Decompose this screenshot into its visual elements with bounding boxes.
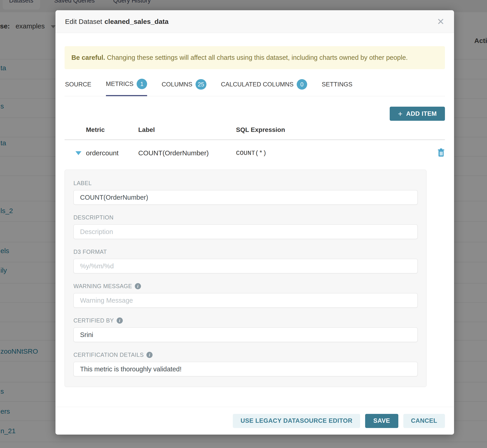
description-field-title: DESCRIPTION	[73, 214, 113, 221]
warning-banner-text: Changing these settings will affect all …	[105, 54, 408, 61]
field-certified-by: CERTIFIED BYi	[73, 317, 418, 342]
field-label: LABEL	[73, 180, 418, 205]
warning-message-field-title: WARNING MESSAGE	[73, 283, 132, 289]
columns-count-badge: 25	[196, 79, 207, 90]
column-header-sql-expression: SQL Expression	[236, 126, 429, 134]
dataset-editor-tabs: SOURCE METRICS1 COLUMNS25 CALCULATED COL…	[64, 79, 445, 96]
metrics-table-header: Metric Label SQL Expression	[64, 126, 445, 139]
add-item-button[interactable]: +ADD ITEM	[390, 107, 445, 121]
info-icon: i	[135, 283, 141, 289]
tab-settings[interactable]: SETTINGS	[322, 79, 352, 96]
modal-body: Be careful. Changing these settings will…	[56, 33, 454, 387]
info-icon: i	[117, 318, 123, 324]
cancel-button[interactable]: CANCEL	[403, 414, 445, 428]
warning-banner: Be careful. Changing these settings will…	[64, 46, 445, 69]
d3-format-input[interactable]	[73, 259, 418, 273]
metric-label: COUNT(OrderNumber)	[138, 149, 236, 157]
metrics-count-badge: 1	[137, 79, 147, 89]
warning-message-input[interactable]	[73, 293, 418, 308]
tab-columns[interactable]: COLUMNS25	[162, 79, 207, 96]
certification-details-field-title: CERTIFICATION DETAILS	[73, 352, 144, 358]
label-field-title: LABEL	[73, 180, 92, 186]
field-certification-details: CERTIFICATION DETAILSi	[73, 352, 418, 376]
description-input[interactable]	[73, 224, 418, 239]
metrics-toolbar: +ADD ITEM	[64, 107, 445, 121]
modal-footer: USE LEGACY DATASOURCE EDITOR SAVE CANCEL	[56, 407, 454, 435]
trash-icon	[437, 148, 445, 157]
certified-by-input[interactable]	[73, 328, 418, 342]
metric-sql-expression: COUNT(*)	[236, 150, 429, 157]
metric-edit-panel: LABEL DESCRIPTION D3 FORMAT WARNING MESS…	[64, 170, 427, 387]
modal-header: Edit Datasetcleaned_sales_data ✕	[56, 10, 454, 33]
label-input[interactable]	[73, 190, 418, 205]
metric-name: ordercount	[86, 149, 138, 157]
use-legacy-datasource-editor-button[interactable]: USE LEGACY DATASOURCE EDITOR	[233, 414, 360, 428]
close-icon[interactable]: ✕	[437, 17, 445, 26]
certified-by-field-title: CERTIFIED BY	[73, 317, 114, 324]
tab-settings-label: SETTINGS	[322, 81, 352, 88]
dataset-name: cleaned_sales_data	[104, 18, 168, 25]
edit-dataset-modal: Edit Datasetcleaned_sales_data ✕ Be care…	[56, 10, 454, 435]
warning-banner-bold: Be careful.	[72, 54, 105, 61]
field-d3-format: D3 FORMAT	[73, 248, 418, 273]
tab-source[interactable]: SOURCE	[65, 79, 91, 96]
d3-format-field-title: D3 FORMAT	[73, 248, 107, 255]
add-item-label: ADD ITEM	[406, 110, 437, 117]
tab-source-label: SOURCE	[65, 81, 91, 88]
tab-calculated-columns-label: CALCULATED COLUMNS	[221, 81, 294, 88]
metric-row: ordercount COUNT(OrderNumber) COUNT(*)	[64, 140, 445, 158]
column-header-label: Label	[138, 126, 236, 134]
info-icon: i	[146, 352, 152, 358]
tab-metrics[interactable]: METRICS1	[106, 79, 147, 96]
tab-columns-label: COLUMNS	[162, 81, 192, 88]
certification-details-input[interactable]	[73, 362, 418, 376]
field-description: DESCRIPTION	[73, 214, 418, 239]
modal-title-prefix: Edit Dataset	[65, 18, 102, 25]
save-button[interactable]: SAVE	[365, 414, 398, 428]
column-header-metric: Metric	[86, 126, 138, 134]
tab-metrics-label: METRICS	[106, 80, 134, 88]
modal-title: Edit Datasetcleaned_sales_data	[65, 18, 168, 25]
field-warning-message: WARNING MESSAGEi	[73, 283, 418, 308]
collapse-caret-icon[interactable]	[75, 151, 81, 155]
tab-calculated-columns[interactable]: CALCULATED COLUMNS0	[221, 79, 307, 96]
delete-metric-icon[interactable]	[437, 148, 445, 158]
calculated-columns-count-badge: 0	[297, 79, 307, 90]
